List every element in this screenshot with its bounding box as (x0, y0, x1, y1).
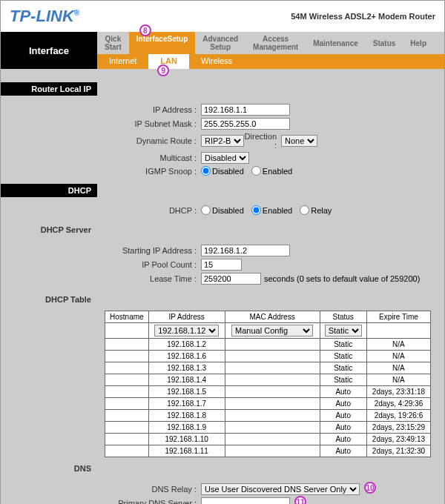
primary-dns-input[interactable] (201, 497, 290, 504)
table-row: 192.168.1.10Auto2days, 23:49:13 (105, 434, 431, 445)
dhcp-enabled-radio[interactable] (251, 205, 261, 215)
multicast-select[interactable]: Disabled (201, 152, 249, 164)
dhcp-mode-label: DHCP : (105, 206, 201, 215)
section-router-local-ip: Router Local IP (1, 82, 97, 96)
subtab-internet[interactable]: Internet (97, 54, 148, 69)
table-row: 192.168.1.11Auto2days, 21:32:30 (105, 445, 431, 457)
table-row: 192.168.1.6StaticN/A (105, 351, 431, 362)
table-row: 192.168.1.4StaticN/A (105, 374, 431, 386)
igmp-enabled-radio[interactable] (251, 166, 261, 176)
start-ip-label: Starting IP Address : (105, 246, 201, 255)
subtab-wireless[interactable]: Wireless (189, 54, 244, 69)
dns-relay-select[interactable]: Use User Discovered DNS Server Only (201, 483, 360, 495)
table-header: Status (320, 311, 366, 323)
dyn-route-label: Dynamic Route : (105, 136, 201, 145)
table-header: IP Address (148, 311, 225, 323)
tab-advanced-setup[interactable]: AdvancedSetup (195, 32, 245, 54)
table-header: Hostname (105, 311, 149, 323)
lease-time-input[interactable] (201, 273, 261, 285)
sub-tabs: Internet LAN 9 Wireless (97, 54, 444, 69)
direction-select[interactable]: None (281, 135, 317, 147)
pool-count-label: IP Pool Count : (105, 260, 201, 269)
tab-maintenance[interactable]: Maintenance (306, 32, 366, 54)
dhcp-disabled-radio[interactable] (201, 205, 211, 215)
mac-select[interactable]: Manual Config (231, 325, 313, 336)
tab-help[interactable]: Help (403, 32, 434, 54)
logo: TP-LINK® (10, 7, 79, 26)
table-row: 192.168.1.3StaticN/A (105, 362, 431, 374)
lease-time-label: Lease Time : (105, 274, 201, 283)
status-select[interactable]: Static (325, 325, 362, 336)
subnet-label: IP Subnet Mask : (105, 119, 201, 128)
pool-count-input[interactable] (201, 259, 242, 271)
dhcp-relay-radio[interactable] (300, 205, 309, 215)
table-header: MAC Address (225, 311, 320, 323)
top-tabs: QickStart 8 InterfaceSetup AdvancedSetup… (97, 32, 444, 54)
table-header: Expire Time (366, 311, 430, 323)
start-ip-input[interactable] (201, 245, 290, 256)
header: TP-LINK® 54M Wireless ADSL2+ Modem Route… (1, 1, 444, 32)
ip-address-label: IP Address : (105, 105, 201, 114)
table-row: 192.168.1.5Auto2days, 23:31:18 (105, 386, 431, 398)
tab-access-management[interactable]: AccessManagement (245, 32, 306, 54)
subtab-lan[interactable]: LAN 9 (148, 54, 189, 69)
dyn-route-select[interactable]: RIP2-B (201, 135, 244, 147)
table-row: 192.168.1.2StaticN/A (105, 339, 431, 351)
annotation-10: 10 (364, 482, 376, 494)
multicast-label: Multicast : (105, 153, 201, 162)
nav-title: Interface (1, 32, 97, 69)
section-dns: DNS (1, 462, 97, 475)
ip-address-input[interactable] (201, 104, 290, 116)
tab-quick-start[interactable]: QickStart (97, 32, 129, 54)
product-name: 54M Wireless ADSL2+ Modem Router (291, 12, 435, 21)
subnet-input[interactable] (201, 118, 290, 130)
dns-relay-label: DNS Relay : (105, 485, 201, 494)
ip-select[interactable]: 192.168.1.12 (154, 325, 219, 336)
section-dhcp: DHCP (1, 184, 97, 197)
table-row: 192.168.1.8Auto2days, 19:26:6 (105, 410, 431, 422)
direction-label: Direction : (244, 132, 281, 150)
annotation-8: 8 (139, 24, 151, 36)
section-dhcp-server: DHCP Server (1, 223, 97, 236)
igmp-label: IGMP Snoop : (105, 167, 201, 176)
primary-dns-label: Primary DNS Server : (105, 499, 201, 504)
lease-note: seconds (0 sets to default value of 2592… (264, 274, 420, 283)
section-dhcp-table: DHCP Table (1, 293, 97, 306)
dhcp-table: HostnameIP AddressMAC AddressStatusExpir… (105, 311, 431, 457)
igmp-disabled-radio[interactable] (201, 166, 211, 176)
table-row: 192.168.1.9Auto2days, 23:15:29 (105, 422, 431, 434)
table-row: 192.168.1.7Auto2days, 4:29:36 (105, 398, 431, 410)
tab-status[interactable]: Status (366, 32, 403, 54)
annotation-11: 11 (294, 496, 306, 504)
tab-interface-setup[interactable]: 8 InterfaceSetup (129, 32, 195, 54)
